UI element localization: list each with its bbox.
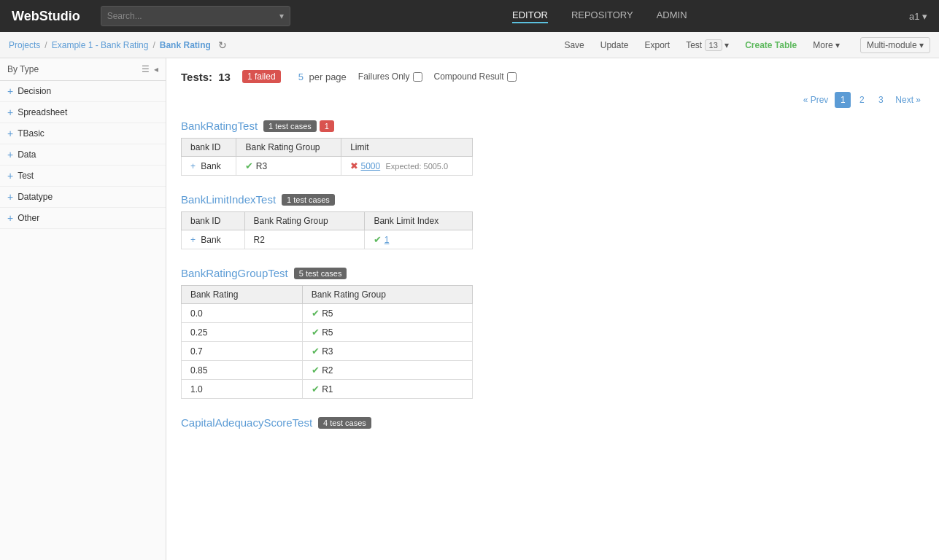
plus-icon: + bbox=[7, 170, 13, 182]
test-count-badge: 13 bbox=[705, 39, 722, 51]
check-icon: ✔ bbox=[312, 365, 320, 376]
sidebar-item-label: Other bbox=[18, 213, 39, 223]
col-bank-limit-index: Bank Limit Index bbox=[365, 212, 473, 230]
bank-rating-table: bank ID Bank Rating Group Limit + Bank ✔ bbox=[181, 138, 473, 176]
test-cases-badge: 4 test cases bbox=[318, 417, 371, 429]
capital-adequacy-test-section: CapitalAdequacyScoreTest 4 test cases bbox=[181, 416, 924, 429]
failures-only-label: Failures Only bbox=[358, 71, 422, 82]
failed-badge: 1 failed bbox=[242, 70, 281, 83]
limit-index-link[interactable]: 1 bbox=[385, 235, 390, 245]
nav-editor[interactable]: EDITOR bbox=[512, 9, 548, 23]
export-button[interactable]: Export bbox=[637, 37, 677, 53]
sidebar-item-tbasic[interactable]: + TBasic bbox=[0, 123, 166, 144]
page-3-button[interactable]: 3 bbox=[873, 92, 889, 108]
cell-bank-rating: 0.0 bbox=[182, 304, 303, 323]
cross-icon: ✖ bbox=[350, 160, 358, 171]
bank-rating-group-table: Bank Rating Bank Rating Group 0.0✔ R50.2… bbox=[181, 285, 473, 399]
plus-icon: + bbox=[7, 149, 13, 160]
cell-value: Bank bbox=[201, 161, 220, 171]
test-name[interactable]: BankRatingGroupTest bbox=[181, 267, 288, 279]
col-bank-id: bank ID bbox=[182, 212, 245, 230]
sidebar-item-spreadsheet[interactable]: + Spreadsheet bbox=[0, 102, 166, 123]
page-2-button[interactable]: 2 bbox=[854, 92, 870, 108]
plus-icon: + bbox=[7, 212, 13, 224]
col-bank-rating-group: Bank Rating Group bbox=[236, 139, 341, 157]
nav-admin[interactable]: ADMIN bbox=[657, 9, 687, 23]
sidebar-item-label: Test bbox=[18, 171, 34, 181]
sidebar-item-other[interactable]: + Other bbox=[0, 208, 166, 229]
plus-icon: + bbox=[7, 191, 13, 203]
expand-icon[interactable]: + bbox=[190, 235, 196, 245]
test-name[interactable]: BankLimitIndexTest bbox=[181, 193, 276, 206]
expand-icon[interactable]: + bbox=[190, 161, 196, 171]
table-row: + Bank ✔ R3 ✖ 5000 Expected: 5005.0 bbox=[182, 157, 473, 176]
save-button[interactable]: Save bbox=[557, 37, 591, 53]
cell-value: Bank bbox=[201, 235, 220, 245]
plus-icon: + bbox=[7, 106, 13, 118]
col-bank-rating-group: Bank Rating Group bbox=[302, 286, 472, 304]
hamburger-icon[interactable]: ☰ bbox=[142, 64, 150, 74]
error-count-badge: 1 bbox=[320, 120, 334, 132]
cell-rating-group: ✔ R3 bbox=[236, 157, 341, 176]
header: WebStudio ▾ EDITOR REPOSITORY ADMIN a1 ▾ bbox=[0, 0, 939, 32]
col-bank-id: bank ID bbox=[182, 139, 236, 157]
update-button[interactable]: Update bbox=[593, 37, 636, 53]
table-row: 0.85✔ R2 bbox=[182, 361, 473, 380]
sidebar-item-data[interactable]: + Data bbox=[0, 144, 166, 166]
refresh-icon[interactable]: ↻ bbox=[218, 39, 227, 51]
breadcrumb-projects[interactable]: Projects bbox=[9, 40, 40, 50]
multimodule-button[interactable]: Multi-module ▾ bbox=[860, 37, 930, 53]
sidebar-item-test[interactable]: + Test bbox=[0, 166, 166, 187]
create-table-button[interactable]: Create Table bbox=[738, 37, 804, 53]
sidebar-item-label: Decision bbox=[18, 86, 51, 96]
cell-bank-rating-group: ✔ R5 bbox=[302, 323, 472, 342]
sidebar-header: By Type ☰ ◂ bbox=[0, 58, 166, 81]
sidebar-item-label: Datatype bbox=[18, 192, 53, 202]
test-title-row: BankRatingGroupTest 5 test cases bbox=[181, 267, 924, 279]
compound-result-label: Compound Result bbox=[434, 71, 517, 82]
cell-bank-id: + Bank bbox=[182, 230, 245, 249]
next-page-button[interactable]: Next » bbox=[892, 93, 924, 106]
bank-limit-index-test-section: BankLimitIndexTest 1 test cases bank ID … bbox=[181, 193, 924, 249]
table-row: + Bank R2 ✔ 1 bbox=[182, 230, 473, 249]
cell-bank-rating-group: ✔ R3 bbox=[302, 342, 472, 361]
search-input[interactable] bbox=[107, 11, 253, 21]
bank-limit-index-table: bank ID Bank Rating Group Bank Limit Ind… bbox=[181, 211, 473, 249]
test-cases-badge: 5 test cases bbox=[294, 268, 347, 279]
test-name[interactable]: BankRatingTest bbox=[181, 120, 258, 132]
test-cases-badge: 1 test cases bbox=[263, 120, 317, 132]
col-bank-rating: Bank Rating bbox=[182, 286, 303, 304]
failures-only-checkbox[interactable] bbox=[413, 72, 422, 82]
collapse-icon[interactable]: ◂ bbox=[154, 64, 158, 74]
limit-link[interactable]: 5000 bbox=[360, 161, 380, 171]
cell-bank-rating: 1.0 bbox=[182, 380, 303, 399]
page-1-button[interactable]: 1 bbox=[835, 92, 851, 108]
test-title-row: BankLimitIndexTest 1 test cases bbox=[181, 193, 924, 206]
header-nav: EDITOR REPOSITORY ADMIN bbox=[302, 9, 897, 23]
cell-limit: ✖ 5000 Expected: 5005.0 bbox=[341, 157, 473, 176]
sidebar-item-decision[interactable]: + Decision bbox=[0, 81, 166, 102]
prev-page-button[interactable]: « Prev bbox=[800, 93, 832, 106]
search-container: ▾ bbox=[101, 6, 290, 26]
test-name[interactable]: CapitalAdequacyScoreTest bbox=[181, 416, 312, 429]
more-button[interactable]: More ▾ bbox=[805, 37, 847, 53]
cell-bank-rating: 0.85 bbox=[182, 361, 303, 380]
cell-value: R3 bbox=[256, 161, 267, 171]
nav-repository[interactable]: REPOSITORY bbox=[571, 9, 633, 23]
breadcrumb-example[interactable]: Example 1 - Bank Rating bbox=[52, 40, 149, 50]
sidebar-title: By Type bbox=[7, 64, 39, 74]
sidebar-item-label: TBasic bbox=[18, 128, 45, 139]
per-page-link[interactable]: 5 bbox=[298, 71, 304, 82]
test-button[interactable]: Test 13 ▾ bbox=[679, 37, 736, 53]
user-menu[interactable]: a1 ▾ bbox=[909, 11, 927, 22]
sidebar: By Type ☰ ◂ + Decision + Spreadsheet + T… bbox=[0, 58, 166, 560]
bank-rating-test-section: BankRatingTest 1 test cases 1 bank ID Ba… bbox=[181, 120, 924, 176]
sidebar-item-datatype[interactable]: + Datatype bbox=[0, 187, 166, 208]
compound-result-checkbox[interactable] bbox=[507, 72, 517, 82]
check-icon: ✔ bbox=[312, 384, 320, 394]
main-content: Tests: 13 1 failed 5 per page Failures O… bbox=[166, 58, 939, 560]
breadcrumb-current: Bank Rating bbox=[160, 40, 211, 50]
table-row: 0.0✔ R5 bbox=[182, 304, 473, 323]
app-logo: WebStudio bbox=[12, 9, 80, 24]
check-icon: ✔ bbox=[245, 160, 253, 171]
